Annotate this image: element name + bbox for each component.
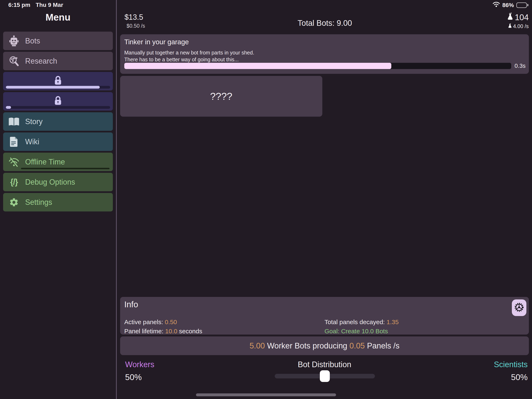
goal-row: Goal: Create 10.0 Bots — [325, 327, 525, 336]
info-settings-button[interactable] — [512, 299, 526, 316]
task-description: Manually put together a new bot from par… — [124, 49, 525, 63]
production-rate-value: 0.05 — [349, 341, 365, 350]
production-summary-bar: 5.00 Worker Bots producing 0.05 Panels /… — [120, 336, 529, 355]
wifi-icon — [493, 2, 500, 8]
task-card-tinker[interactable]: Tinker in your garage Manually put toget… — [120, 34, 529, 74]
info-right-column: Total panels decayed: 1.35 Goal: Create … — [325, 317, 525, 336]
panels-decayed-row: Total panels decayed: 1.35 — [325, 317, 525, 327]
active-panels-row: Active panels: 0.50 — [124, 317, 325, 327]
panel-lifetime-value: 10.0 — [165, 328, 177, 335]
locked-progress-track — [6, 106, 110, 109]
science-display: 104 4.00 /s — [507, 13, 529, 30]
production-text-mid: Worker Bots producing — [265, 341, 349, 350]
sidebar-item-bots[interactable]: Bots — [3, 32, 113, 50]
sidebar-item-label: Debug Options — [25, 178, 75, 187]
sidebar-item-settings[interactable]: Settings — [3, 193, 113, 212]
panels-decayed-value: 1.35 — [386, 319, 399, 325]
gear-icon — [514, 302, 524, 313]
offline-time-progress-track — [21, 168, 109, 169]
bot-distribution-label: Bot Distribution — [298, 360, 351, 369]
sidebar-item-debug-options[interactable]: {/} Debug Options — [3, 173, 113, 191]
sidebar-item-label: Offline Time — [25, 158, 65, 166]
gear-icon — [8, 197, 20, 207]
sidebar-item-label: Settings — [25, 198, 52, 207]
workers-percent: 50% — [125, 373, 142, 382]
status-left: 6:15 pm Thu 9 Mar — [8, 2, 63, 8]
bot-distribution-slider[interactable] — [275, 374, 375, 378]
menu-sidebar: Menu Bots Research — [0, 0, 117, 399]
status-bar: 6:15 pm Thu 9 Mar 86% — [0, 0, 532, 10]
main-area: $13.5 $0.50 /s Total Bots: 9.00 104 4.00… — [118, 0, 532, 399]
task-progress-fill — [124, 63, 391, 69]
panel-lifetime-row: Panel lifetime: 10.0 seconds — [124, 327, 325, 336]
sidebar-item-locked-2[interactable] — [3, 92, 113, 111]
science-rate: 4.00 /s — [513, 23, 529, 29]
research-magnifier-icon — [8, 56, 20, 66]
sidebar-item-research[interactable]: Research — [3, 52, 113, 70]
locked-progress-track — [6, 86, 110, 89]
info-left-column: Active panels: 0.50 Panel lifetime: 10.0… — [124, 317, 325, 336]
task-description-line1: Manually put together a new bot from par… — [124, 49, 525, 56]
sidebar-item-label: Research — [25, 57, 57, 65]
production-text-suffix: Panels /s — [365, 341, 400, 350]
total-bots-label: Total Bots: 9.00 — [118, 19, 532, 28]
app-screen: 6:15 pm Thu 9 Mar 86% Menu Bots Research — [0, 0, 532, 399]
sidebar-item-label: Wiki — [25, 137, 39, 146]
battery-tip — [527, 4, 528, 6]
slider-thumb[interactable] — [320, 370, 330, 382]
sidebar-item-label: Bots — [25, 37, 40, 45]
info-panel: Info Active panels: 0.50 Panel lifetime:… — [120, 297, 529, 335]
sidebar-item-locked-1[interactable] — [3, 72, 113, 90]
locked-progress-fill — [6, 106, 11, 109]
distribution-labels-row: Workers Bot Distribution Scientists — [120, 360, 529, 370]
document-icon — [8, 136, 20, 147]
info-panel-title: Info — [124, 300, 525, 309]
workers-label: Workers — [125, 360, 154, 369]
active-panels-value: 0.50 — [165, 319, 177, 325]
open-book-icon — [8, 117, 20, 126]
sidebar-item-offline-time[interactable]: Offline Time — [3, 153, 113, 171]
battery-icon — [516, 2, 527, 8]
worker-count-value: 5.00 — [250, 341, 265, 350]
task-description-line2: There has to be a better way of going ab… — [124, 56, 525, 63]
lock-icon — [53, 95, 63, 108]
sidebar-item-label: Story — [25, 117, 43, 126]
science-count: 104 — [515, 13, 529, 22]
mystery-label: ???? — [210, 91, 232, 102]
battery-percent: 86% — [502, 2, 514, 8]
task-progress-track — [124, 63, 511, 69]
robot-icon — [8, 35, 20, 47]
task-title: Tinker in your garage — [124, 38, 525, 46]
sidebar-item-wiki[interactable]: Wiki — [3, 132, 113, 151]
scientists-percent: 50% — [511, 373, 528, 382]
sidebar-item-story[interactable]: Story — [3, 112, 113, 131]
mystery-card[interactable]: ???? — [120, 76, 322, 117]
task-time-remaining: 0.3s — [514, 63, 526, 69]
code-braces-icon: {/} — [8, 177, 20, 187]
info-rows: Active panels: 0.50 Panel lifetime: 10.0… — [124, 317, 525, 336]
home-indicator[interactable] — [196, 393, 336, 396]
menu-title: Menu — [0, 12, 116, 25]
scientists-label: Scientists — [494, 360, 528, 369]
clock: 6:15 pm — [8, 2, 30, 8]
task-progress-row: 0.3s — [124, 63, 526, 69]
science-flask-icon — [507, 13, 513, 22]
date: Thu 9 Mar — [36, 2, 63, 8]
status-right: 86% — [493, 2, 528, 8]
lock-icon — [53, 75, 63, 87]
wifi-slash-icon — [8, 157, 20, 167]
locked-progress-fill — [6, 86, 100, 89]
science-flask-icon-small — [508, 23, 512, 30]
